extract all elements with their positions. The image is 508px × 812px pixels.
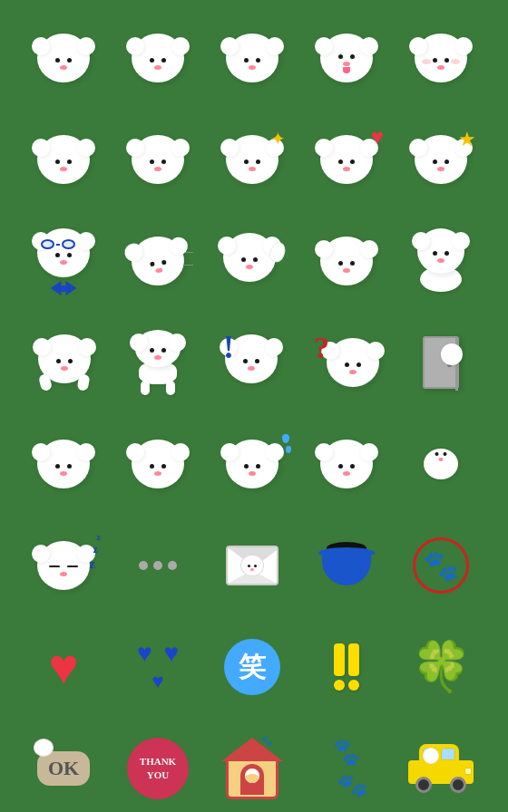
dog-shaking-sticker: —— bbox=[132, 237, 184, 285]
dog-tongue-sticker bbox=[320, 34, 373, 82]
sticker-r3c2[interactable]: —— bbox=[112, 212, 203, 310]
paw-print-2-icon: 🐾 bbox=[336, 768, 369, 801]
dot-3 bbox=[168, 561, 177, 570]
sticker-r7c1[interactable]: ♥ bbox=[18, 618, 109, 716]
sticker-r2c4[interactable]: ♥ bbox=[301, 111, 392, 208]
sticker-r2c5[interactable]: ★ bbox=[396, 111, 486, 208]
exclaim-1-icon bbox=[334, 643, 345, 691]
dog-blush-sticker bbox=[415, 34, 467, 82]
sticker-r7c2[interactable]: ♥ ♥ ♥ bbox=[112, 618, 203, 716]
heart-left-icon: ♥ bbox=[137, 639, 152, 668]
sticker-r6c2[interactable] bbox=[112, 517, 203, 614]
dog-heart-sticker: ♥ bbox=[320, 135, 373, 184]
sticker-r4c5[interactable] bbox=[396, 314, 486, 411]
dot-2 bbox=[153, 561, 162, 570]
sticker-r6c5[interactable]: 🐾 bbox=[396, 517, 486, 614]
sparkle-icon: ✦ bbox=[270, 128, 286, 150]
bowl-rim-icon bbox=[318, 547, 375, 558]
paw-stamp-sticker: 🐾 bbox=[413, 537, 469, 594]
thank-you-sticker: THANK YOU bbox=[127, 738, 189, 799]
sticker-r2c3[interactable]: ✦ bbox=[207, 111, 298, 208]
sticker-r1c2[interactable] bbox=[112, 9, 203, 107]
sticker-r7c4[interactable] bbox=[301, 618, 392, 716]
sticker-r4c1[interactable] bbox=[18, 314, 109, 411]
sticker-r1c3[interactable] bbox=[207, 9, 298, 107]
sticker-r6c3[interactable] bbox=[207, 517, 298, 614]
sticker-r3c5[interactable] bbox=[396, 212, 486, 310]
dot-1 bbox=[139, 561, 148, 570]
sticker-r4c2[interactable] bbox=[112, 314, 203, 411]
sticker-r5c3[interactable] bbox=[207, 415, 298, 513]
bowtie-icon bbox=[51, 281, 77, 295]
roof-icon bbox=[221, 738, 283, 761]
exclaim-2-icon bbox=[348, 643, 359, 691]
paw-print-1-icon: 🐾 bbox=[329, 734, 365, 768]
dog-water-sticker bbox=[226, 440, 278, 488]
dog-sticker bbox=[226, 34, 278, 82]
sticker-r7c5[interactable]: 🍀 bbox=[396, 618, 486, 716]
wheel-front-icon bbox=[415, 777, 432, 793]
dog-walk-sticker bbox=[31, 334, 96, 391]
sticker-r6c4[interactable] bbox=[301, 517, 392, 614]
dog-sticker bbox=[320, 440, 373, 488]
zzz-icon: z z z bbox=[90, 532, 101, 572]
sticker-r5c1[interactable] bbox=[18, 415, 109, 513]
sticker-r7c3[interactable]: 笑 bbox=[207, 618, 298, 716]
dog-wave-sticker bbox=[220, 233, 285, 289]
yellow-car-sticker bbox=[408, 744, 474, 793]
laugh-bubble-sticker: 笑 bbox=[224, 639, 280, 695]
sticker-r2c1[interactable] bbox=[18, 111, 109, 208]
envelope-sticker bbox=[226, 546, 278, 585]
dog-peek-icon bbox=[441, 343, 463, 365]
dog-sticker bbox=[132, 440, 184, 488]
star-icon: ★ bbox=[458, 128, 476, 151]
dog-body-small bbox=[424, 449, 458, 479]
sticker-r5c4[interactable] bbox=[301, 415, 392, 513]
dog-star-sticker: ★ bbox=[415, 135, 467, 184]
dog-sticker bbox=[132, 135, 184, 184]
blue-hearts-sticker: ♥ ♥ ♥ bbox=[130, 639, 186, 695]
sticker-r4c3[interactable]: ! bbox=[207, 314, 298, 411]
dog-in-car-icon bbox=[423, 748, 439, 764]
sticker-r1c1[interactable] bbox=[18, 9, 109, 107]
dog-sticker bbox=[37, 440, 90, 488]
heart-right-icon: ♥ bbox=[163, 639, 179, 668]
sticker-r8c4[interactable]: 🐾 🐾 bbox=[301, 720, 392, 812]
wheel-back-icon bbox=[450, 777, 466, 793]
dog-question-sticker: ? bbox=[314, 334, 379, 391]
sticker-r3c4[interactable] bbox=[301, 212, 392, 310]
sticker-r3c1[interactable] bbox=[18, 212, 109, 310]
sticker-r1c4[interactable] bbox=[301, 9, 392, 107]
dog-bowl-sticker bbox=[318, 542, 375, 589]
sticker-r3c3[interactable] bbox=[207, 212, 298, 310]
clover-sticker: 🍀 bbox=[411, 643, 472, 691]
bowl-body-icon bbox=[322, 555, 371, 585]
dog-small-ok-icon bbox=[34, 739, 54, 757]
heart-bottom-icon: ♥ bbox=[151, 670, 163, 693]
sticker-r8c1[interactable]: OK bbox=[18, 720, 109, 812]
question-icon: ? bbox=[314, 333, 329, 363]
sticker-r4c4[interactable]: ? bbox=[301, 314, 392, 411]
sticker-r8c2[interactable]: THANK YOU bbox=[112, 720, 203, 812]
dog-zzz-sticker: z z z bbox=[37, 541, 90, 590]
dog-glasses-sticker bbox=[32, 228, 95, 294]
sticker-r2c2[interactable] bbox=[112, 111, 203, 208]
ok-badge-sticker: OK bbox=[37, 751, 90, 786]
dog-legs bbox=[141, 381, 175, 395]
sticker-r5c5[interactable] bbox=[396, 415, 486, 513]
dog-sit-front-sticker bbox=[134, 330, 181, 395]
motion-lines: —— bbox=[184, 246, 193, 271]
sticker-r8c5[interactable] bbox=[396, 720, 486, 812]
sticker-r5c2[interactable] bbox=[112, 415, 203, 513]
dog-sticker bbox=[132, 34, 184, 82]
dog-sit-side-sticker bbox=[414, 228, 468, 294]
sticker-r1c5[interactable] bbox=[396, 9, 486, 107]
three-dots-sticker bbox=[139, 561, 177, 570]
doghouse-door-icon bbox=[240, 764, 264, 795]
dog-sticker bbox=[37, 135, 90, 184]
leg-back-icon bbox=[77, 373, 91, 392]
heart-icon: ♥ bbox=[371, 126, 384, 148]
water-drops-icon bbox=[282, 434, 291, 453]
sticker-r6c1[interactable]: z z z bbox=[18, 517, 109, 614]
sticker-r8c3[interactable]: 🐾 bbox=[207, 720, 298, 812]
